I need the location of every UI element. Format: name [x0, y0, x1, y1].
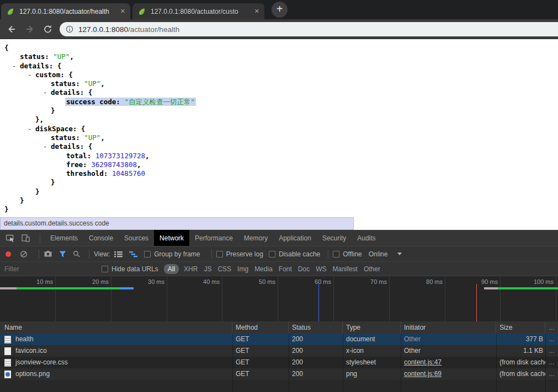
request-row[interactable]: jsonview-core.cssGET200stylesheetcontent…: [0, 357, 558, 368]
browser-toolbar: 127.0.0.1:8080/actuator/health: [0, 19, 558, 39]
column-header-name[interactable]: Name: [0, 321, 232, 334]
resource-filter-manifest[interactable]: Manifest: [333, 265, 358, 273]
devtools-tab-application[interactable]: Application: [273, 230, 317, 246]
json-line: total: 107373129728,: [0, 152, 558, 160]
chevron-down-icon[interactable]: [397, 253, 402, 255]
browser-tab-health[interactable]: 127.0.0.1:8080/actuator/health ✕: [1, 3, 130, 19]
filter-funnel-icon[interactable]: [59, 251, 66, 257]
requests-table-body: healthGET200documentOther377 B...favicon…: [0, 334, 558, 380]
devtools-tab-sources[interactable]: Sources: [119, 230, 154, 246]
resource-filter-js[interactable]: JS: [204, 265, 211, 273]
devtools-tab-elements[interactable]: Elements: [45, 230, 83, 246]
column-header-size[interactable]: Size: [496, 321, 545, 334]
column-header-type[interactable]: Type: [343, 321, 401, 334]
clear-icon[interactable]: [20, 250, 28, 258]
resource-filter-all[interactable]: All: [164, 264, 179, 274]
cell-size: 377 B: [496, 334, 545, 345]
throttling-select[interactable]: Online: [369, 250, 388, 258]
network-overview-timeline[interactable]: 10 ms20 ms30 ms40 ms50 ms60 ms70 ms80 ms…: [0, 276, 558, 321]
filter-input[interactable]: [0, 265, 97, 273]
preserve-log-checkbox[interactable]: [216, 251, 223, 257]
json-line: success code: "自定义检查一切正常": [0, 98, 558, 106]
collapse-toggle[interactable]: -: [43, 142, 47, 151]
devtools-tab-security[interactable]: Security: [317, 230, 352, 246]
devtools-tab-console[interactable]: Console: [83, 230, 119, 246]
cell-waterfall: ...: [545, 357, 558, 368]
devtools-tab-memory[interactable]: Memory: [238, 230, 273, 246]
column-header-status[interactable]: Status: [289, 321, 343, 334]
overview-view-icon[interactable]: [129, 251, 137, 257]
collapse-toggle[interactable]: -: [43, 88, 47, 97]
cell-initiator: content.js:69: [401, 368, 496, 380]
devtools-tab-network[interactable]: Network: [154, 230, 189, 246]
request-row[interactable]: options.pngGET200pngcontent.js:69(from d…: [0, 368, 558, 380]
tab-close-icon[interactable]: ✕: [120, 8, 125, 15]
initiator-link[interactable]: content.js:69: [404, 370, 442, 378]
hide-data-urls-checkbox[interactable]: [102, 266, 108, 272]
json-line: free: 36298743808,: [0, 160, 558, 169]
capture-screenshots-icon[interactable]: [44, 250, 52, 257]
column-header-method[interactable]: Method: [232, 321, 289, 334]
request-row[interactable]: healthGET200documentOther377 B...: [0, 334, 558, 345]
json-entry: }: [20, 196, 24, 205]
json-key: diskSpace: [35, 125, 73, 133]
resource-filter-ws[interactable]: WS: [316, 265, 326, 273]
refresh-button[interactable]: [43, 24, 53, 34]
url-host: 127.0.0.1:8080: [78, 25, 128, 34]
json-line: }: [0, 205, 558, 214]
tab-close-icon[interactable]: ✕: [254, 8, 259, 15]
browser-tab-custom[interactable]: 127.0.0.1:8080/actuator/custo ✕: [132, 3, 264, 19]
resource-filter-other[interactable]: Other: [364, 265, 380, 273]
search-icon[interactable]: [73, 250, 80, 257]
json-key: status: [20, 52, 45, 61]
record-button[interactable]: [6, 251, 11, 257]
json-value: 107373129728: [95, 152, 145, 160]
disable-cache-checkbox[interactable]: [269, 251, 275, 257]
requests-table: NameMethodStatusTypeInitiatorSize... hea…: [0, 321, 558, 392]
resource-filter-img[interactable]: Img: [237, 265, 248, 273]
column-header-initiator[interactable]: Initiator: [401, 321, 496, 334]
view-label: View:: [94, 250, 110, 258]
back-button[interactable]: [7, 24, 17, 34]
request-row[interactable]: favicon.icoGET200x-iconOther1.1 KB...: [0, 345, 558, 357]
offline-checkbox[interactable]: [333, 251, 339, 257]
ruler-gridline: [278, 276, 278, 321]
devtools-tab-performance[interactable]: Performance: [189, 230, 238, 246]
cell-status: 200: [289, 334, 343, 345]
json-entry: total: 107373129728,: [66, 152, 150, 160]
highlighted-json-entry: success code: "自定义检查一切正常": [65, 98, 196, 106]
device-toolbar-icon[interactable]: [20, 233, 31, 243]
collapse-toggle[interactable]: -: [12, 62, 17, 71]
json-colon: :: [73, 125, 81, 133]
page-info-icon[interactable]: [66, 25, 73, 33]
column-header-[interactable]: ...: [545, 321, 558, 334]
collapse-toggle[interactable]: -: [28, 71, 32, 79]
resource-filter-xhr[interactable]: XHR: [184, 265, 198, 273]
json-key: total: [66, 152, 87, 160]
json-brace: }: [4, 205, 9, 213]
initiator-link[interactable]: content.js:47: [404, 358, 442, 366]
resource-filter-media[interactable]: Media: [254, 265, 273, 273]
json-line: }: [0, 187, 558, 196]
collapse-toggle[interactable]: -: [28, 125, 32, 133]
inspect-element-icon[interactable]: [4, 233, 15, 243]
json-colon: :: [49, 62, 57, 70]
group-by-frame-checkbox[interactable]: [144, 251, 151, 257]
tab-strip: 127.0.0.1:8080/actuator/health ✕ 127.0.0…: [0, 0, 558, 19]
json-entry: details: {: [51, 142, 92, 151]
resource-filter-css[interactable]: CSS: [217, 265, 231, 273]
address-bar[interactable]: 127.0.0.1:8080/actuator/health: [60, 22, 558, 36]
json-line: -diskSpace: {: [0, 125, 558, 133]
devtools-tab-audits[interactable]: Audits: [352, 230, 381, 246]
cell-waterfall: ...: [545, 368, 558, 380]
resource-filter-doc[interactable]: Doc: [298, 265, 310, 273]
domcontentloaded-event-line: [318, 284, 319, 321]
browser-window: 127.0.0.1:8080/actuator/health ✕ 127.0.0…: [0, 0, 558, 392]
request-rows-view-icon[interactable]: [114, 251, 123, 257]
forward-button[interactable]: [25, 24, 35, 34]
divider: [39, 250, 39, 259]
resource-filter-font[interactable]: Font: [279, 265, 292, 273]
new-tab-button[interactable]: +: [272, 2, 288, 18]
cell-method: GET: [232, 334, 289, 345]
tab-title: 127.0.0.1:8080/actuator/health: [19, 8, 116, 15]
